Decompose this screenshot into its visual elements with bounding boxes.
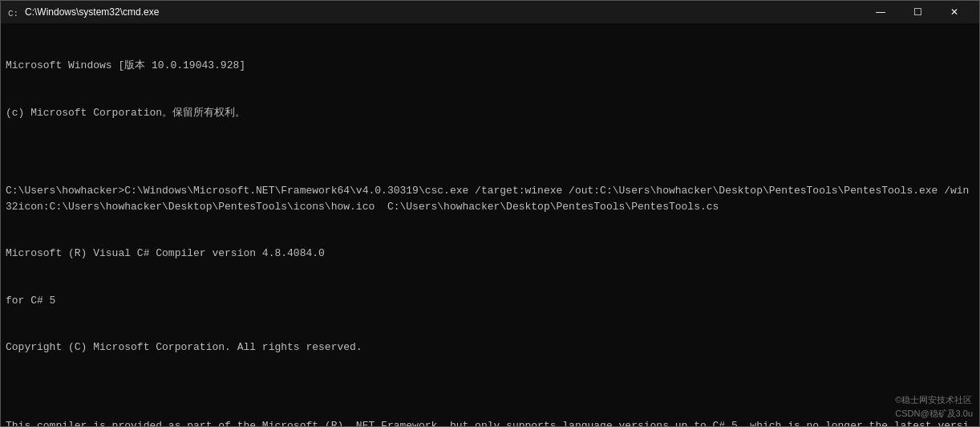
maximize-button[interactable]: ☐	[899, 1, 936, 23]
window-title: C:\Windows\system32\cmd.exe	[25, 6, 862, 18]
console-line-4: Microsoft (R) Visual C# Compiler version…	[6, 246, 974, 262]
window-controls: — ☐ ✕	[862, 1, 973, 23]
minimize-button[interactable]: —	[862, 1, 899, 23]
console-line-8: This compiler is provided as part of the…	[6, 418, 974, 427]
svg-text:C:: C:	[8, 9, 18, 18]
console-line-5: for C# 5	[6, 293, 974, 309]
cmd-icon: C:	[7, 6, 20, 18]
console-line-0: Microsoft Windows [版本 10.0.19043.928]	[6, 58, 974, 74]
watermark: ©稳士网安技术社区CSDN@稳矿及3.0u	[895, 393, 973, 420]
console-line-1: (c) Microsoft Corporation。保留所有权利。	[6, 105, 974, 121]
console-line-6: Copyright (C) Microsoft Corporation. All…	[6, 340, 974, 356]
cmd-window: C: C:\Windows\system32\cmd.exe — ☐ ✕ Mic…	[0, 0, 980, 427]
console-line-3: C:\Users\howhacker>C:\Windows\Microsoft.…	[6, 183, 974, 214]
console-output[interactable]: Microsoft Windows [版本 10.0.19043.928] (c…	[1, 23, 979, 426]
close-button[interactable]: ✕	[936, 1, 973, 23]
title-bar: C: C:\Windows\system32\cmd.exe — ☐ ✕	[1, 1, 979, 23]
